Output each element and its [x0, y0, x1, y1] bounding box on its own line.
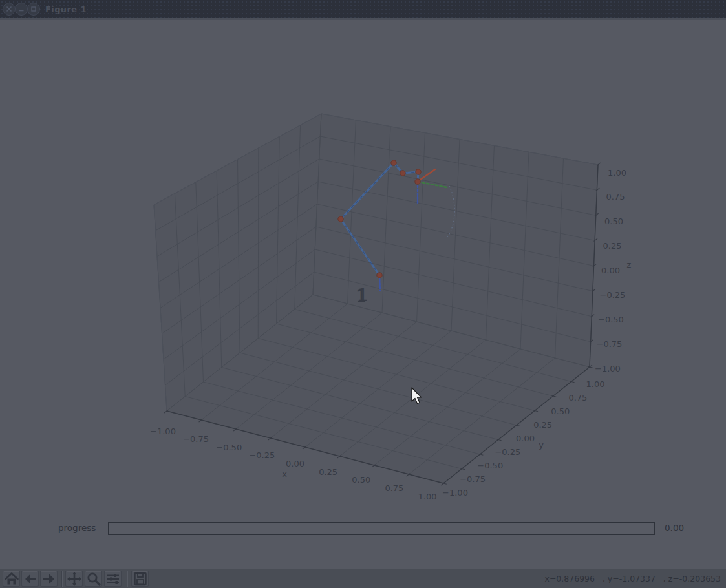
svg-text:1.00: 1.00	[608, 168, 626, 178]
svg-text:−0.50: −0.50	[477, 461, 503, 470]
toolbar-separator	[61, 571, 63, 587]
svg-text:0.50: 0.50	[551, 406, 570, 416]
pan-move-icon	[67, 571, 82, 587]
svg-text:−1.00: −1.00	[150, 426, 176, 436]
home-icon	[4, 571, 19, 587]
svg-text:0.25: 0.25	[319, 467, 337, 477]
svg-text:z: z	[627, 260, 632, 269]
svg-text:0.00: 0.00	[601, 266, 620, 275]
svg-text:0.00: 0.00	[516, 434, 535, 443]
svg-text:0.50: 0.50	[604, 216, 623, 226]
svg-text:0.75: 0.75	[606, 192, 625, 202]
forward-button[interactable]	[40, 571, 58, 587]
pan-button[interactable]	[65, 571, 83, 587]
svg-text:−0.75: −0.75	[597, 339, 623, 349]
svg-text:1.00: 1.00	[418, 492, 437, 501]
svg-text:y: y	[539, 440, 544, 450]
svg-text:−0.50: −0.50	[216, 443, 242, 452]
svg-text:0.50: 0.50	[352, 475, 370, 485]
svg-text:0.25: 0.25	[603, 241, 622, 251]
progress-slider-label: progress	[58, 523, 96, 533]
plot-3d-axes[interactable]: −1.00−0.75−0.50−0.250.000.250.500.751.00…	[0, 0, 726, 588]
svg-text:1.00: 1.00	[586, 379, 605, 389]
svg-text:0.75: 0.75	[385, 483, 403, 493]
svg-text:x: x	[282, 469, 287, 479]
magnifier-icon	[86, 571, 101, 587]
svg-text:−1.00: −1.00	[595, 364, 621, 373]
forward-arrow-icon	[41, 571, 57, 587]
svg-text:0.25: 0.25	[533, 420, 552, 430]
frame-number-annotation: 11	[356, 285, 368, 306]
save-floppy-icon	[133, 571, 148, 587]
svg-text:−1.00: −1.00	[442, 488, 468, 498]
save-button[interactable]	[131, 571, 149, 587]
back-button[interactable]	[21, 571, 39, 587]
svg-text:−0.50: −0.50	[598, 315, 624, 324]
svg-text:0.00: 0.00	[286, 459, 304, 468]
svg-text:−0.25: −0.25	[495, 447, 520, 457]
svg-text:−0.75: −0.75	[460, 474, 486, 484]
sliders-icon	[105, 571, 121, 587]
zoom-button[interactable]	[85, 571, 102, 587]
navigation-toolbar: x=0.876996 , y=-1.07337 , z=-0.203653	[0, 569, 726, 588]
svg-text:0.75: 0.75	[568, 393, 587, 403]
progress-slider-value: 0.00	[665, 523, 684, 533]
configure-subplots-button[interactable]	[104, 571, 122, 587]
back-arrow-icon	[23, 571, 38, 587]
svg-text:−0.25: −0.25	[249, 450, 275, 460]
svg-text:1: 1	[357, 285, 368, 305]
svg-text:−0.25: −0.25	[600, 290, 626, 300]
cursor-coordinates-status: x=0.876996 , y=-1.07337 , z=-0.203653	[544, 574, 721, 583]
axes-panes	[154, 114, 598, 483]
progress-slider-track[interactable]	[108, 522, 655, 535]
toolbar-separator	[127, 571, 128, 587]
home-button[interactable]	[3, 571, 20, 587]
svg-text:−0.75: −0.75	[183, 434, 209, 444]
